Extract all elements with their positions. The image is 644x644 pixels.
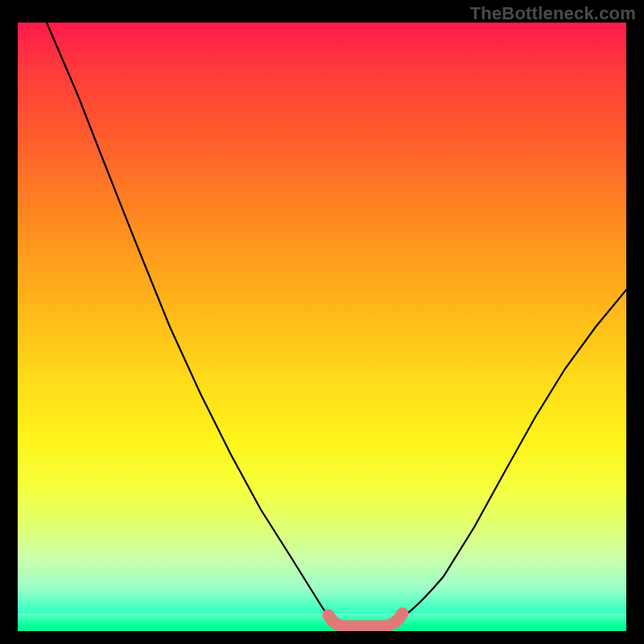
highlight-band: [328, 613, 402, 626]
bottleneck-curve: [47, 23, 626, 631]
plot-area: [18, 23, 626, 631]
watermark-text: TheBottleneck.com: [470, 3, 636, 24]
chart-frame: TheBottleneck.com: [0, 0, 644, 644]
curve-layer: [18, 23, 626, 631]
